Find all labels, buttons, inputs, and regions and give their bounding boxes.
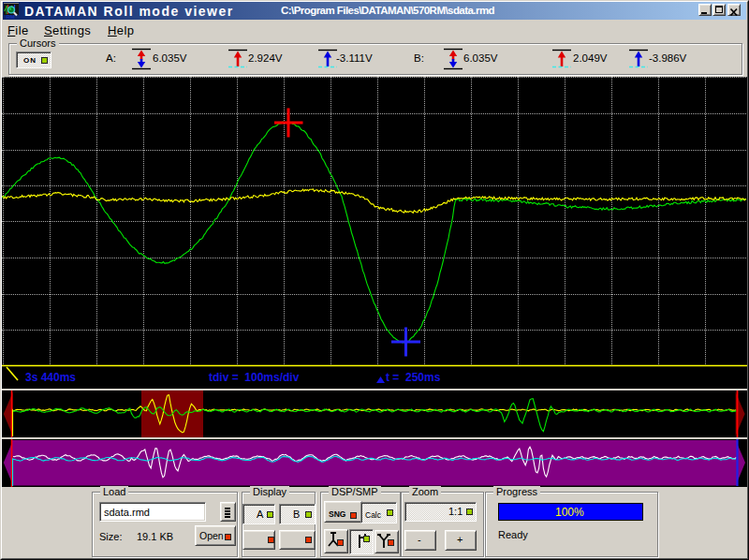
svg-text:t = 250ms: t = 250ms	[386, 371, 441, 384]
svg-text:RM: RM	[7, 14, 15, 19]
svg-text:3s 440ms: 3s 440ms	[25, 371, 76, 384]
svg-text:tdiv = 100ms/div: tdiv = 100ms/div	[209, 371, 300, 384]
